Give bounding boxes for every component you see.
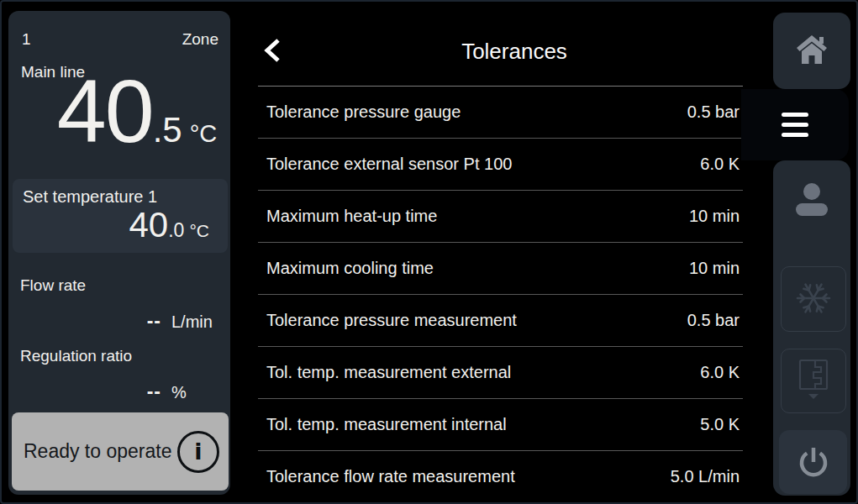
flow-rate-label: Flow rate: [20, 276, 86, 295]
sidebar-item-menu-active[interactable]: [741, 89, 849, 160]
row-value: 5.0 K: [700, 415, 740, 434]
row-label: Maximum heat-up time: [266, 207, 689, 226]
row-value: 0.5 bar: [687, 102, 740, 122]
table-row[interactable]: Tol. temp. measurement internal 5.0 K: [258, 399, 743, 451]
zone-number: 1: [22, 29, 31, 50]
cooling-button[interactable]: [781, 266, 846, 332]
sidebar-item-home[interactable]: [773, 13, 850, 89]
set-temp-decimal: .0: [168, 221, 184, 240]
power-icon: [794, 442, 833, 483]
row-value: 6.0 K: [700, 363, 740, 382]
zone-panel: 1 Zone Main line 40 .5 °C Set temperatur…: [8, 11, 230, 495]
status-label: Ready to operate: [24, 440, 177, 463]
row-label: Tolerance external sensor Pt 100: [266, 155, 700, 174]
table-row[interactable]: Maximum cooling time 10 min: [258, 243, 743, 295]
row-value: 5.0 L/min: [671, 467, 740, 486]
set-temp-integer: 40: [129, 207, 169, 243]
hmi-screen: 1 Zone Main line 40 .5 °C Set temperatur…: [0, 0, 858, 504]
snowflake-icon: [794, 279, 833, 320]
page-title: Tolerances: [258, 39, 771, 65]
regulation-ratio-unit: %: [171, 383, 187, 402]
table-row[interactable]: Tolerance external sensor Pt 100 6.0 K: [258, 139, 743, 191]
power-button[interactable]: [779, 430, 847, 494]
row-value: 6.0 K: [700, 155, 740, 174]
row-label: Tol. temp. measurement external: [266, 363, 700, 382]
sidebar-lower-panel: [773, 160, 850, 496]
menu-icon: [782, 113, 808, 137]
main-temp-decimal: .5: [153, 113, 182, 148]
regulation-ratio-row: -- %: [8, 381, 230, 403]
status-badge[interactable]: Ready to operate i: [12, 412, 229, 491]
set-temperature-value: 40 .0 °C: [129, 207, 209, 243]
regulation-ratio-value: --: [8, 381, 161, 403]
main-temp-unit: °C: [190, 122, 218, 146]
row-label: Tolerance flow rate measurement: [266, 467, 671, 486]
table-row[interactable]: Tol. temp. measurement external 6.0 K: [258, 347, 743, 399]
home-icon: [796, 34, 828, 68]
set-temp-unit: °C: [189, 222, 209, 239]
set-temperature-card[interactable]: Set temperature 1 40 .0 °C: [13, 179, 228, 253]
table-row[interactable]: Tolerance flow rate measurement 5.0 L/mi…: [258, 451, 743, 503]
row-label: Tolerance pressure measurement: [266, 311, 687, 330]
tolerance-list: Tolerance pressure gauge 0.5 bar Toleran…: [258, 86, 743, 503]
mold-drain-icon: [796, 358, 831, 404]
main-temperature-value: 40 .5 °C: [8, 66, 230, 155]
sidebar-item-user[interactable]: [795, 182, 829, 219]
main-temp-integer: 40: [57, 66, 153, 155]
row-label: Tolerance pressure gauge: [266, 102, 687, 122]
regulation-ratio-label: Regulation ratio: [20, 347, 132, 365]
table-row[interactable]: Maximum heat-up time 10 min: [258, 191, 743, 243]
set-temperature-label: Set temperature 1: [23, 187, 157, 207]
flow-rate-row: -- L/min: [8, 310, 230, 333]
info-icon[interactable]: i: [177, 431, 219, 473]
row-label: Maximum cooling time: [266, 259, 689, 278]
flow-rate-value: --: [8, 310, 161, 333]
row-value: 10 min: [689, 207, 740, 226]
table-row[interactable]: Tolerance pressure gauge 0.5 bar: [258, 87, 743, 139]
row-value: 10 min: [689, 259, 740, 278]
mold-drain-button[interactable]: [781, 349, 846, 413]
zone-header: 1 Zone: [22, 29, 218, 50]
row-value: 0.5 bar: [687, 311, 740, 330]
flow-rate-unit: L/min: [171, 312, 213, 332]
table-row[interactable]: Tolerance pressure measurement 0.5 bar: [258, 295, 743, 347]
user-icon: [795, 207, 829, 222]
row-label: Tol. temp. measurement internal: [266, 415, 700, 434]
zone-label: Zone: [182, 29, 218, 50]
